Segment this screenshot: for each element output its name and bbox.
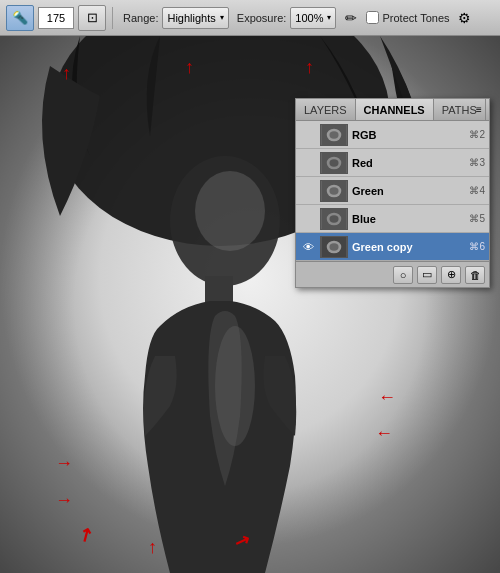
range-value: Highlights: [167, 12, 215, 24]
dodge-tool-button[interactable]: 🔦: [6, 5, 34, 31]
channel-eye-rgb[interactable]: [300, 127, 316, 143]
red-arrow-mid-right-1: ←: [378, 388, 396, 406]
red-arrow-top-center: ↑: [185, 58, 194, 76]
canvas-area: ↑ ↑ ↑ ← ← → → ↗ ↑ ↗ LAYERS CHANNELS PATH…: [0, 36, 500, 573]
channel-thumb-red: [320, 152, 348, 174]
channel-eye-green[interactable]: [300, 183, 316, 199]
airbrush-button[interactable]: ✏: [340, 7, 362, 29]
red-arrow-mid-right-2: ←: [375, 424, 393, 442]
exposure-label: Exposure:: [237, 12, 287, 24]
channels-panel: LAYERS CHANNELS PATHS ≡ RGB ⌘2: [295, 98, 490, 288]
svg-point-18: [329, 215, 338, 222]
settings-button[interactable]: ⚙: [454, 7, 476, 29]
delete-channel-button[interactable]: 🗑: [465, 266, 485, 284]
channel-row-red[interactable]: Red ⌘3: [296, 149, 489, 177]
svg-point-12: [329, 159, 338, 166]
exposure-value: 100%: [295, 12, 323, 24]
channels-list: RGB ⌘2 Red ⌘3 Green ⌘4: [296, 121, 489, 261]
tab-layers[interactable]: LAYERS: [296, 99, 356, 120]
svg-point-21: [329, 243, 338, 250]
panel-tabs: LAYERS CHANNELS PATHS ≡: [296, 99, 489, 121]
toolbar: 🔦 175 ⊡ Range: Highlights ▾ Exposure: 10…: [0, 0, 500, 36]
red-arrow-mid-left-2: →: [55, 491, 73, 509]
brush-size-value[interactable]: 175: [38, 7, 74, 29]
red-arrow-bottom-center-1: ↑: [148, 538, 157, 556]
range-dropdown-arrow: ▾: [220, 13, 224, 22]
channel-shortcut-green-copy: ⌘6: [469, 241, 485, 252]
channel-shortcut-red: ⌘3: [469, 157, 485, 168]
channel-thumb-blue: [320, 208, 348, 230]
channel-name-rgb: RGB: [352, 129, 465, 141]
red-arrow-top-right: ↑: [305, 58, 314, 76]
channel-eye-red[interactable]: [300, 155, 316, 171]
channel-thumb-green: [320, 180, 348, 202]
channel-eye-green-copy[interactable]: [300, 239, 316, 255]
red-arrow-mid-left-1: →: [55, 454, 73, 472]
red-arrow-top-left: ↑: [62, 64, 71, 82]
channel-eye-blue[interactable]: [300, 211, 316, 227]
svg-point-6: [215, 326, 255, 446]
channel-thumb-green-copy: [320, 236, 348, 258]
channel-name-green-copy: Green copy: [352, 241, 465, 253]
channel-name-green: Green: [352, 185, 465, 197]
channel-shortcut-green: ⌘4: [469, 185, 485, 196]
new-channel-button[interactable]: ⊕: [441, 266, 461, 284]
protect-tones-checkbox[interactable]: [366, 11, 379, 24]
channel-name-blue: Blue: [352, 213, 465, 225]
channel-shortcut-rgb: ⌘2: [469, 129, 485, 140]
channel-row-green-copy[interactable]: Green copy ⌘6: [296, 233, 489, 261]
exposure-dropdown-arrow: ▾: [327, 13, 331, 22]
channel-row-blue[interactable]: Blue ⌘5: [296, 205, 489, 233]
channel-thumb-rgb: [320, 124, 348, 146]
panel-menu-button[interactable]: ≡: [471, 101, 487, 117]
load-selection-button[interactable]: ○: [393, 266, 413, 284]
svg-point-5: [195, 171, 265, 251]
channel-row-rgb[interactable]: RGB ⌘2: [296, 121, 489, 149]
svg-point-15: [329, 187, 338, 194]
channel-name-red: Red: [352, 157, 465, 169]
save-selection-button[interactable]: ▭: [417, 266, 437, 284]
brush-options-button[interactable]: ⊡: [78, 5, 106, 31]
panel-footer: ○ ▭ ⊕ 🗑: [296, 261, 489, 287]
channel-row-green[interactable]: Green ⌘4: [296, 177, 489, 205]
channel-shortcut-blue: ⌘5: [469, 213, 485, 224]
range-label: Range:: [123, 12, 158, 24]
svg-point-9: [329, 131, 338, 138]
tab-channels[interactable]: CHANNELS: [356, 99, 434, 120]
exposure-dropdown[interactable]: 100% ▾: [290, 7, 336, 29]
protect-tones-label[interactable]: Protect Tones: [366, 11, 449, 24]
range-dropdown[interactable]: Highlights ▾: [162, 7, 228, 29]
toolbar-divider: [112, 7, 113, 29]
